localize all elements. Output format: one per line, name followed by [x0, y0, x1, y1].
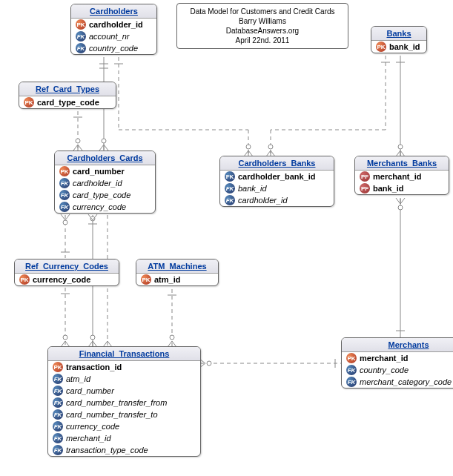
svg-point-30: [63, 220, 67, 225]
attribute-label: atm_id: [154, 275, 180, 284]
attribute-row: FKcurrency_code: [55, 201, 155, 213]
entity-link[interactable]: Cardholders: [90, 7, 138, 16]
entity-cardholders-cards: Cardholders_Cards PKcard_numberFKcardhol…: [54, 151, 156, 214]
pk-key-icon: PK: [19, 274, 30, 285]
attribute-label: currency_code: [73, 202, 126, 211]
attribute-row: FKcurrency_code: [48, 420, 200, 432]
attribute-row: PKcardholder_id: [71, 19, 156, 30]
entity-ref-card-types: Ref_Card_Types PKcard_type_code: [19, 82, 116, 109]
fk-key-icon: FK: [346, 365, 357, 375]
pk-key-icon: PK: [346, 353, 357, 363]
entity-link[interactable]: Ref_Card_Types: [36, 85, 99, 93]
entity-link[interactable]: Cardholders_Banks: [239, 159, 316, 168]
attribute-label: atm_id: [66, 374, 90, 383]
attribute-label: card_number: [73, 167, 125, 176]
svg-point-19: [398, 145, 403, 149]
svg-point-36: [170, 335, 174, 340]
attribute-row: FKcardholder_bank_id: [220, 171, 334, 182]
attribute-row: FKtransaction_type_code: [48, 444, 200, 456]
diagram-title-box: Data Model for Customers and Credit Card…: [176, 3, 348, 49]
attribute-label: currency_code: [66, 422, 119, 431]
attribute-label: country_code: [89, 44, 138, 53]
entity-merchants-banks: Merchants_Banks PFmerchant_idPFbank_id: [354, 156, 449, 195]
entity-cardholders-banks: Cardholders_Banks FKcardholder_bank_idFK…: [219, 156, 334, 207]
pk-key-icon: PK: [59, 166, 70, 176]
attribute-row: PKcard_type_code: [19, 96, 116, 108]
attribute-label: country_code: [360, 366, 409, 374]
svg-point-22: [398, 205, 403, 210]
attribute-label: card_type_code: [73, 191, 130, 199]
attribute-row: FKmerchant_id: [48, 432, 200, 444]
fk-key-icon: FK: [53, 421, 63, 432]
attribute-row: PKtransaction_id: [48, 361, 200, 373]
attribute-row: FKcard_number: [48, 385, 200, 397]
fk-key-icon: FK: [76, 43, 86, 53]
attribute-label: card_type_code: [37, 98, 99, 107]
title-line: Data Model for Customers and Credit Card…: [185, 7, 340, 16]
entity-link[interactable]: Ref_Currency_Codes: [25, 262, 108, 271]
attribute-row: FKcard_number_transfer_to: [48, 409, 200, 420]
attribute-label: bank_id: [389, 42, 420, 51]
title-line: April 22nd. 2011: [185, 36, 340, 45]
entity-merchants: Merchants PKmerchant_idFKcountry_codeFKm…: [341, 337, 453, 389]
attribute-row: PKmerchant_id: [342, 352, 453, 364]
fk-key-icon: FK: [76, 31, 86, 42]
pk-key-icon: PK: [141, 274, 151, 285]
pk-key-icon: PK: [24, 97, 34, 108]
svg-point-33: [63, 335, 67, 340]
pk-key-icon: PK: [53, 362, 63, 372]
fk-key-icon: FK: [346, 377, 357, 387]
entity-link[interactable]: ATM_Machines: [148, 262, 206, 271]
fk-key-icon: FK: [225, 195, 235, 205]
attribute-row: PKatm_id: [136, 274, 218, 285]
fk-key-icon: FK: [53, 409, 63, 420]
fk-key-icon: FK: [53, 433, 63, 443]
attribute-label: cardholder_id: [238, 196, 288, 205]
entity-atm-machines: ATM_Machines PKatm_id: [136, 259, 219, 286]
attribute-label: bank_id: [238, 184, 267, 193]
attribute-row: FKcard_number_transfer_from: [48, 397, 200, 409]
attribute-row: FKmerchant_category_code: [342, 376, 453, 388]
entity-link[interactable]: Merchants_Banks: [367, 159, 437, 168]
entity-link[interactable]: Financial_Transactions: [79, 349, 170, 358]
fk-key-icon: FK: [53, 386, 63, 396]
fk-key-icon: FK: [53, 374, 63, 384]
attribute-label: transaction_type_code: [66, 446, 148, 454]
svg-point-6: [76, 139, 80, 143]
svg-point-3: [102, 139, 106, 143]
attribute-label: cardholder_id: [73, 179, 122, 188]
attribute-row: PKbank_id: [371, 41, 426, 53]
attribute-label: merchant_id: [373, 172, 421, 181]
entity-ref-currency-codes: Ref_Currency_Codes PKcurrency_code: [14, 259, 119, 286]
attribute-row: PFmerchant_id: [355, 171, 449, 182]
attribute-row: PKcurrency_code: [15, 274, 119, 285]
attribute-label: account_nr: [89, 32, 129, 41]
attribute-label: cardholder_bank_id: [238, 172, 316, 181]
attribute-label: cardholder_id: [89, 20, 143, 29]
entity-link[interactable]: Cardholders_Cards: [67, 153, 142, 162]
attribute-row: FKatm_id: [48, 373, 200, 385]
title-line: DatabaseAnswers.org: [185, 26, 340, 36]
entity-link[interactable]: Merchants: [388, 340, 429, 349]
svg-point-24: [90, 216, 95, 221]
attribute-row: FKcardholder_id: [220, 194, 334, 206]
svg-point-26: [90, 335, 95, 340]
attribute-row: PFbank_id: [355, 182, 449, 194]
entity-link[interactable]: Banks: [386, 29, 411, 38]
attribute-label: card_number: [66, 386, 114, 395]
attribute-row: FKbank_id: [220, 182, 334, 194]
pk-key-icon: PK: [76, 19, 86, 30]
fk-key-icon: FK: [59, 178, 70, 188]
pf-key-icon: PF: [360, 183, 370, 194]
fk-key-icon: FK: [225, 183, 235, 194]
attribute-row: FKcountry_code: [342, 364, 453, 376]
attribute-row: PKcard_number: [55, 165, 155, 177]
pf-key-icon: PF: [360, 171, 370, 182]
fk-key-icon: FK: [59, 202, 70, 212]
svg-point-39: [207, 361, 211, 366]
attribute-label: merchant_id: [66, 434, 111, 443]
entity-cardholders: Cardholders PKcardholder_idFKaccount_nrF…: [70, 4, 157, 55]
svg-point-16: [268, 145, 273, 149]
fk-key-icon: FK: [225, 171, 235, 182]
attribute-label: merchant_category_code: [360, 377, 452, 386]
